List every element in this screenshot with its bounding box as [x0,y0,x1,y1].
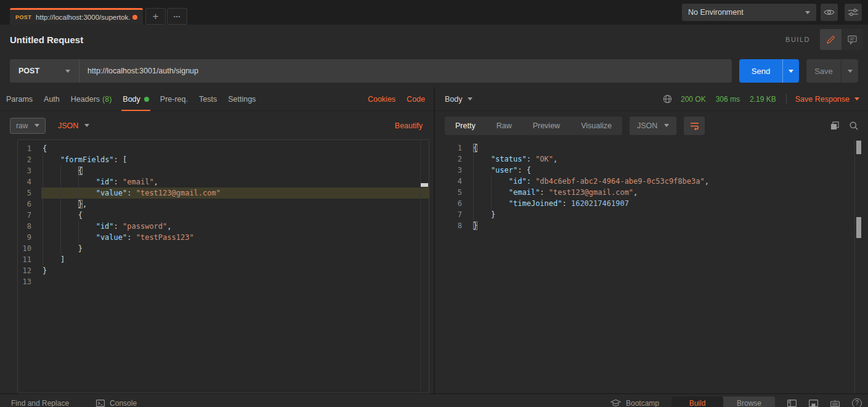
more-tabs-button[interactable]: ••• [167,8,187,25]
code-line[interactable]: 13 [18,276,429,287]
line-number: 1 [435,142,472,154]
tab-raw[interactable]: Raw [486,117,522,135]
code-line[interactable]: 1{ [18,143,429,154]
code-token: "id" [509,177,527,186]
tab-pretty[interactable]: Pretty [445,117,486,135]
bootcamp-button[interactable]: Bootcamp [610,399,659,407]
tab-settings[interactable]: Settings [228,88,256,111]
response-body-viewer[interactable]: 1{2"status": "OK",3"user": {4"id": "db4c… [435,139,851,393]
code-line[interactable]: 4"id": "db4c6ebf-abc2-4964-abe9-0c53c9f8… [435,176,851,187]
save-response-label: Save Response [795,95,850,104]
browse-toggle-button[interactable]: Browse [723,397,775,407]
settings-button[interactable] [845,4,862,21]
code-line[interactable]: 2"formFields": [ [18,154,429,165]
build-toggle-button[interactable]: Build [671,397,723,407]
tab-params[interactable]: Params [6,88,33,111]
code-token: , [553,155,558,163]
keyboard-icon [830,400,840,407]
code-line[interactable]: 5"value": "test123@gmail.com" [18,187,429,199]
environment-selector[interactable]: No Environment [682,4,816,21]
network-globe-icon[interactable] [663,94,672,104]
code-line[interactable]: 3{ [18,165,429,176]
tab-headers[interactable]: Headers (8) [71,88,112,111]
code-line[interactable]: 9"value": "testPass123" [18,232,429,243]
indent-guide [43,187,60,199]
help-button[interactable]: ? [852,398,862,407]
find-and-replace-button[interactable]: Find and Replace [11,399,69,407]
response-scrollbar-track[interactable] [854,139,855,393]
help-icon: ? [852,398,862,407]
response-view-toolbar: Pretty Raw Preview Visualize JSON [435,112,868,139]
edit-request-button[interactable] [820,29,842,50]
tab-prereq[interactable]: Pre-req. [160,88,188,111]
code-line[interactable]: 7{ [18,210,429,221]
indent-guide [473,209,491,220]
scrollbar-annotation[interactable] [421,183,428,187]
sidebar-panel-button[interactable] [787,400,797,407]
unsaved-dot-icon [132,15,137,20]
code-text: { [41,210,429,221]
line-number: 13 [18,276,41,287]
request-body-editor[interactable]: 1{2"formFields": [3{4"id": "email",5"val… [17,139,429,393]
shortcuts-button[interactable] [830,400,840,407]
code-line[interactable]: 12} [18,265,429,276]
add-tab-button[interactable]: + [145,8,166,25]
tab-visualize[interactable]: Visualize [570,117,622,135]
code-line[interactable]: 8} [435,220,851,231]
body-type-selector[interactable]: raw [10,118,46,134]
beautify-link[interactable]: Beautify [395,121,423,130]
code-line[interactable]: 7} [435,209,851,220]
code-line[interactable]: 5"email": "test123@gmail.com", [435,187,851,198]
wrap-lines-button[interactable] [684,117,705,135]
response-body-dropdown[interactable]: Body [445,95,473,104]
tab-url-label: http://localhost:3000/supertok... [36,14,131,21]
code-line[interactable]: 6"timeJoined": 1620217461907 [435,198,851,209]
send-options-button[interactable] [782,59,799,83]
method-selector[interactable]: POST [10,59,79,83]
send-button[interactable]: Send [739,59,782,83]
cookies-link[interactable]: Cookies [368,95,395,104]
save-options-button[interactable] [841,59,858,83]
url-input[interactable]: http://localhost:3001/auth/signup [79,67,198,75]
save-button[interactable]: Save [806,59,841,83]
code-text: ] [41,254,429,265]
code-line[interactable]: 2"status": "OK", [435,154,851,165]
search-button[interactable] [850,121,858,130]
two-pane-button[interactable] [809,400,818,407]
save-response-button[interactable]: Save Response [795,95,859,104]
code-token: { [78,211,83,220]
send-button-group: Send [739,59,799,83]
chevron-down-icon [848,70,853,73]
line-number: 6 [18,199,41,210]
tab-preview[interactable]: Preview [522,117,570,135]
console-label: Console [110,399,137,407]
code-line[interactable]: 4"id": "email", [18,176,429,187]
response-scrollbar-mark[interactable] [856,217,861,238]
comment-button[interactable] [842,29,863,50]
response-language-selector[interactable]: JSON [630,117,676,135]
request-tab[interactable]: POST http://localhost:3000/supertok... [10,8,143,25]
tab-method-label: POST [15,14,31,20]
code-link[interactable]: Code [407,95,425,104]
code-line[interactable]: 11] [18,254,429,265]
console-button[interactable]: Console [96,399,137,407]
code-text [41,276,429,287]
code-token: : [527,177,535,186]
copy-button[interactable] [830,121,839,130]
code-line[interactable]: 6}, [18,199,429,210]
code-line[interactable]: 1{ [435,142,851,154]
tab-body[interactable]: Body [123,88,149,111]
scrollbar-track[interactable] [420,140,421,393]
code-line[interactable]: 3"user": { [435,165,851,176]
code-line[interactable]: 8"id": "password", [18,221,429,232]
code-token: { [78,166,83,175]
response-scrollbar-mark[interactable] [856,141,861,154]
tab-tests[interactable]: Tests [199,88,217,111]
language-selector[interactable]: JSON [58,121,89,130]
code-text: "id": "db4c6ebf-abc2-4964-abe9-0c53c9f8b… [472,176,851,187]
code-token: } [43,266,47,275]
code-line[interactable]: 10} [18,243,429,254]
code-text: "timeJoined": 1620217461907 [472,198,851,209]
tab-auth[interactable]: Auth [44,88,60,111]
environment-quick-look-button[interactable] [821,4,838,21]
